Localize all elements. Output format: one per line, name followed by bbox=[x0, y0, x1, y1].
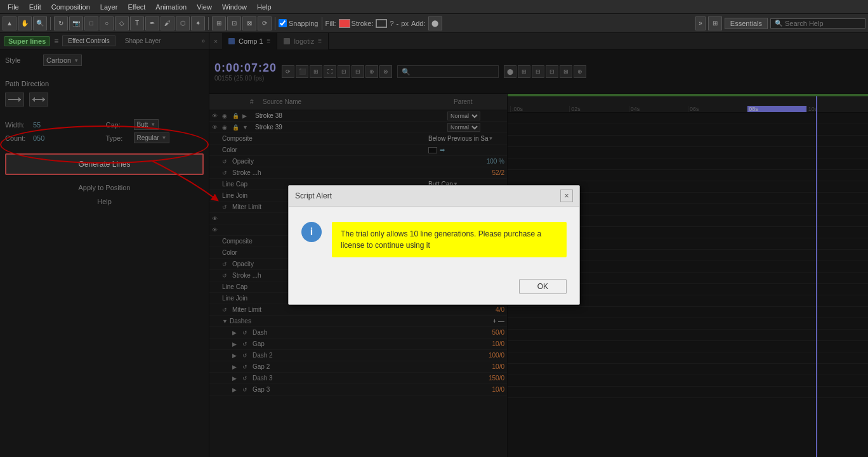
snap-btn[interactable]: ⊡ bbox=[227, 16, 241, 30]
mask-btn[interactable]: ⊠ bbox=[242, 16, 256, 30]
menu-edit[interactable]: Edit bbox=[24, 2, 46, 12]
menu-window[interactable]: Window bbox=[217, 2, 252, 12]
stamp-tool-btn[interactable]: ⬡ bbox=[176, 16, 190, 30]
dialog-title: Script Alert bbox=[295, 191, 332, 200]
align-btn[interactable]: ⊞ bbox=[212, 16, 226, 30]
dialog-overlay: Script Alert × i The trial only allows 1… bbox=[0, 33, 868, 457]
zoom-tool-btn[interactable]: 🔍 bbox=[33, 16, 47, 30]
menu-layer[interactable]: Layer bbox=[95, 2, 123, 12]
rotation-btn[interactable]: ↻ bbox=[54, 16, 68, 30]
stroke-label: Stroke: bbox=[352, 20, 374, 27]
menu-file[interactable]: File bbox=[3, 2, 24, 12]
snapping-checkbox[interactable] bbox=[279, 19, 287, 27]
text-tool-btn[interactable]: T bbox=[130, 16, 144, 30]
fill-label: Fill: bbox=[326, 20, 336, 27]
toolbar-sep-1 bbox=[50, 17, 51, 30]
menu-composition[interactable]: Composition bbox=[46, 2, 95, 12]
select-tool-btn[interactable]: ▲ bbox=[3, 16, 16, 30]
stroke-px: - bbox=[397, 20, 399, 27]
toolbar-right: » ⊞ Essentials 🔍 bbox=[695, 16, 865, 30]
main-layout: Super lines ≡ Effect Controls Shape Laye… bbox=[0, 33, 868, 457]
add-label: Add: bbox=[410, 20, 427, 27]
pen-tool-btn[interactable]: ✒ bbox=[145, 16, 159, 30]
panel-toggle-btn[interactable]: ⊞ bbox=[708, 16, 722, 30]
paint-tool-btn[interactable]: 🖌 bbox=[161, 16, 174, 30]
stroke-swatch[interactable] bbox=[376, 19, 387, 28]
add-btn[interactable]: ⬤ bbox=[428, 16, 442, 30]
toolbar: ▲ ✋ 🔍 ↻ 📷 □ ○ ◇ T ✒ 🖌 ⬡ ✦ ⊞ ⊡ ⊠ ⟳ Snappi… bbox=[0, 14, 868, 33]
dialog-message: The trial only allows 10 line generation… bbox=[332, 222, 567, 257]
stroke-area: Stroke: ? - px bbox=[352, 19, 409, 28]
expand-btn[interactable]: » bbox=[695, 16, 706, 30]
stroke-icon: ? bbox=[390, 20, 393, 27]
menu-bar: File Edit Composition Layer Effect Anima… bbox=[0, 0, 868, 14]
fill-swatch[interactable] bbox=[339, 19, 350, 28]
search-input[interactable] bbox=[785, 20, 861, 27]
menu-view[interactable]: View bbox=[192, 2, 217, 12]
toolbar-sep-3 bbox=[275, 17, 275, 30]
snapping-label: Snapping bbox=[289, 20, 319, 27]
dialog-info-icon: i bbox=[301, 222, 322, 242]
toolbar-sep-2 bbox=[208, 17, 209, 30]
dialog-footer: OK bbox=[289, 273, 579, 304]
ellipse-tool-btn[interactable]: ○ bbox=[100, 16, 114, 30]
snapping-checkbox-area[interactable]: Snapping bbox=[279, 19, 319, 27]
dialog-titlebar: Script Alert × bbox=[289, 186, 579, 207]
rect-tool-btn[interactable]: □ bbox=[84, 16, 98, 30]
fill-area: Fill: bbox=[326, 19, 350, 28]
menu-help[interactable]: Help bbox=[252, 2, 277, 12]
dialog-close-btn[interactable]: × bbox=[560, 190, 573, 202]
stroke-px-label: px bbox=[401, 20, 409, 27]
hand-tool-btn[interactable]: ✋ bbox=[18, 16, 32, 30]
essentials-btn[interactable]: Essentials bbox=[725, 18, 768, 29]
camera-btn[interactable]: 📷 bbox=[69, 16, 83, 30]
menu-effect[interactable]: Effect bbox=[122, 2, 150, 12]
toolbar-sep-4 bbox=[322, 17, 322, 30]
search-box: 🔍 bbox=[770, 18, 865, 29]
path-btn[interactable]: ⟳ bbox=[258, 16, 272, 30]
search-icon: 🔍 bbox=[775, 20, 782, 27]
dialog-ok-btn[interactable]: OK bbox=[519, 279, 567, 294]
script-alert-dialog: Script Alert × i The trial only allows 1… bbox=[288, 185, 580, 305]
menu-animation[interactable]: Animation bbox=[150, 2, 192, 12]
puppet-tool-btn[interactable]: ✦ bbox=[191, 16, 205, 30]
poly-tool-btn[interactable]: ◇ bbox=[115, 16, 129, 30]
dialog-body: i The trial only allows 10 line generati… bbox=[289, 207, 579, 273]
